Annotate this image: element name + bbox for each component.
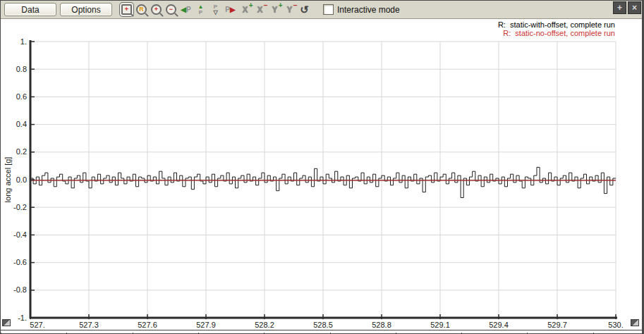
x-tick-label: 527. [30,321,44,329]
x-tick-label: 529.7 [547,321,567,329]
y-tick-label: -1. [18,314,27,322]
legend-item-with-offset: R: static-with-offset, complete run [498,20,615,29]
y-tick-label: 0.4 [16,120,27,128]
interactive-mode-toggle[interactable]: Interactive mode [323,4,400,15]
y-tick-label: -0.8 [13,285,27,294]
x-tick-label: 530. [608,321,623,329]
y-tick-label: 0.2 [16,147,27,156]
x-tick-label: 529.4 [489,321,509,329]
y-axis-title: long accel [g] [4,157,12,203]
x-zoom-out-icon[interactable]: X− [253,2,267,17]
legend-item-no-offset: R: static-no-offset, complete run [498,29,615,37]
pan-left-icon[interactable]: ◀P [178,2,193,17]
plot-window: Data Options +R+−◀P▲PP▽P▶X+X−Y+Y−↺ Inter… [0,0,644,334]
y-tick-label: -0.6 [13,258,27,266]
interactive-mode-checkbox[interactable] [323,4,334,15]
y-tick-label: -0.4 [13,230,27,239]
x-tick-label: 528.2 [255,321,274,329]
zoom-in-icon[interactable]: + [149,2,164,17]
y-tick-label: 1. [20,37,27,46]
x-tick-label: 529.1 [430,321,450,329]
y-tick-label: 0.6 [16,92,27,101]
bottom-ruler [1,330,642,334]
x-tick-label: 527.6 [138,321,157,329]
y-tick-label: -0.2 [13,203,27,211]
x-zoom-in-icon[interactable]: X+ [238,2,253,17]
pan-up-icon[interactable]: ▲P [193,2,208,17]
resize-grip-left-icon[interactable] [2,319,11,326]
resize-grip-right-icon[interactable] [631,319,639,326]
data-button[interactable]: Data [4,3,56,16]
close-icon[interactable]: × [628,1,641,14]
y-tick-label: 0.8 [16,65,27,73]
pan-right-icon[interactable]: P▶ [223,2,238,17]
zoom-box-icon[interactable]: + [119,2,134,17]
interactive-mode-label: Interactive mode [337,5,400,15]
chart-plot-area[interactable]: 1.0.80.60.40.20.0-0.2-0.4-0.6-0.8-1.527.… [1,19,642,330]
options-button[interactable]: Options [60,3,112,16]
move-icon[interactable]: + [613,1,626,14]
legend: R: static-with-offset, complete run R: s… [498,20,615,37]
x-tick-label: 528.8 [372,321,391,329]
pan-down-icon[interactable]: P▽ [208,2,223,17]
zoom-out-icon[interactable]: − [164,2,178,17]
x-tick-label: 527.9 [196,321,216,329]
plot-panel: R: static-with-offset, complete run R: s… [1,19,642,330]
window-controls: + × [613,1,641,14]
y-zoom-out-icon[interactable]: Y− [282,2,297,17]
refresh-icon[interactable]: ↺ [297,2,312,17]
toolbar: Data Options +R+−◀P▲PP▽P▶X+X−Y+Y−↺ Inter… [1,1,642,19]
toolbar-icons: +R+−◀P▲PP▽P▶X+X−Y+Y−↺ [119,2,312,17]
x-tick-label: 527.3 [79,321,99,329]
zoom-reset-icon[interactable]: R [134,2,149,17]
y-zoom-in-icon[interactable]: Y+ [267,2,282,17]
y-tick-label: 0.0 [16,175,27,184]
